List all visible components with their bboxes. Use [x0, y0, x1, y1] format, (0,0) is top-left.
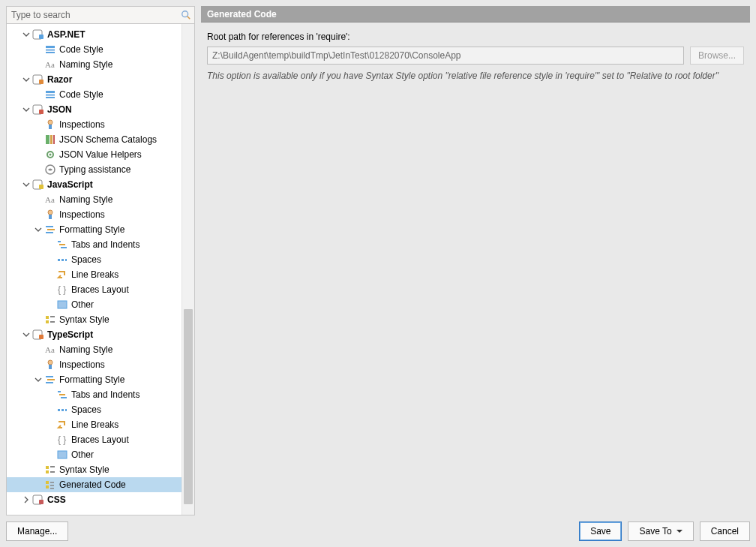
tree-row-line-breaks[interactable]: Line Breaks	[7, 267, 194, 282]
tree-row-tabs-and-indents[interactable]: Tabs and Indents	[7, 387, 194, 402]
space-icon	[56, 404, 68, 416]
svg-point-21	[50, 154, 52, 156]
tree-row-inspections[interactable]: Inspections	[7, 357, 194, 372]
tree-row-formatting-style[interactable]: Formatting Style	[7, 372, 194, 387]
search-input[interactable]	[7, 7, 194, 23]
tree-item-label: Code Style	[59, 87, 104, 102]
svg-rect-60	[50, 466, 55, 467]
lb-icon	[56, 269, 68, 281]
tree-item-label: Syntax Style	[59, 462, 110, 477]
left-pane: ASP.NETCode StyleAaNaming StyleRazorCode…	[6, 6, 195, 515]
expander-icon[interactable]	[22, 105, 31, 114]
tree-row-typescript[interactable]: TypeScript	[7, 327, 194, 342]
gear-icon	[44, 149, 56, 161]
svg-rect-53	[61, 397, 67, 398]
tree-item-label: JSON Schema Catalogs	[59, 132, 157, 147]
fmt-icon	[44, 374, 56, 386]
tree-row-code-style[interactable]: Code Style	[7, 87, 194, 102]
search-icon[interactable]	[181, 10, 191, 20]
tree-row-inspections[interactable]: Inspections	[7, 117, 194, 132]
tree-item-label: TypeScript	[47, 327, 93, 342]
tree-row-typing-assistance[interactable]: Typing assistance	[7, 162, 194, 177]
tree-row-tabs-and-indents[interactable]: Tabs and Indents	[7, 237, 194, 252]
svg-rect-10	[46, 91, 55, 93]
tree-row-formatting-style[interactable]: Formatting Style	[7, 222, 194, 237]
expander-icon[interactable]	[22, 495, 31, 504]
expander-icon[interactable]	[22, 30, 31, 39]
expander-icon[interactable]	[22, 180, 31, 189]
chevron-down-icon	[676, 528, 682, 534]
tree-row-css[interactable]: CSS	[7, 492, 194, 507]
svg-text:Aa: Aa	[45, 345, 55, 354]
tree-row-json-schema-catalogs[interactable]: JSON Schema Catalogs	[7, 132, 194, 147]
style-icon	[44, 89, 56, 101]
insp-icon	[44, 119, 56, 131]
syn-icon	[44, 314, 56, 326]
tree-row-spaces[interactable]: Spaces	[7, 252, 194, 267]
browse-button: Browse...	[690, 47, 744, 65]
json-icon	[32, 104, 44, 116]
tree-row-spaces[interactable]: Spaces	[7, 402, 194, 417]
svg-rect-48	[46, 376, 53, 377]
tree-item-label: Other	[71, 297, 94, 312]
tree-container: ASP.NETCode StyleAaNaming StyleRazorCode…	[6, 24, 195, 515]
tree-row-naming-style[interactable]: AaNaming Style	[7, 342, 194, 357]
expander-icon[interactable]	[34, 375, 43, 384]
tree-row-javascript[interactable]: JavaScript	[7, 177, 194, 192]
right-pane: Generated Code Root path for references …	[201, 6, 750, 515]
svg-rect-32	[59, 244, 65, 245]
save-to-button[interactable]: Save To	[628, 521, 693, 541]
tree-row-line-breaks[interactable]: Line Breaks	[7, 417, 194, 432]
svg-rect-34	[58, 259, 60, 261]
tree-row-inspections[interactable]: Inspections	[7, 207, 194, 222]
tree-row-braces-layout[interactable]: { }Braces Layout	[7, 282, 194, 297]
gen-icon	[44, 479, 56, 491]
save-to-label: Save To	[639, 526, 671, 536]
svg-rect-5	[46, 49, 55, 51]
svg-rect-29	[47, 229, 55, 230]
save-button[interactable]: Save	[579, 521, 622, 541]
tree-item-label: Formatting Style	[59, 372, 124, 387]
expander-icon[interactable]	[22, 330, 31, 339]
tree-row-asp-net[interactable]: ASP.NET	[7, 27, 194, 42]
brace-icon: { }	[56, 284, 68, 296]
svg-rect-62	[50, 471, 55, 473]
style-icon	[44, 44, 56, 56]
tree-row-generated-code[interactable]: Generated Code	[7, 477, 194, 492]
tree-row-code-style[interactable]: Code Style	[7, 42, 194, 57]
tree-scrollbar[interactable]	[182, 24, 194, 515]
svg-rect-24	[39, 185, 44, 189]
section-body: Root path for references in 'require': B…	[201, 23, 750, 515]
svg-rect-14	[39, 110, 44, 114]
tree-row-json-value-helpers[interactable]: JSON Value Helpers	[7, 147, 194, 162]
insp-icon	[44, 209, 56, 221]
manage-button[interactable]: Manage...	[6, 521, 68, 541]
scroll-thumb[interactable]	[184, 309, 193, 504]
svg-rect-40	[50, 316, 55, 317]
svg-rect-35	[62, 259, 64, 261]
tree-item-label: Braces Layout	[71, 432, 129, 447]
svg-rect-19	[53, 135, 55, 144]
tree-row-syntax-style[interactable]: Syntax Style	[7, 312, 194, 327]
svg-rect-39	[46, 316, 49, 319]
options-tree[interactable]: ASP.NETCode StyleAaNaming StyleRazorCode…	[7, 24, 194, 510]
svg-rect-51	[58, 391, 61, 392]
tree-row-naming-style[interactable]: AaNaming Style	[7, 192, 194, 207]
tree-row-naming-style[interactable]: AaNaming Style	[7, 57, 194, 72]
expander-icon[interactable]	[22, 75, 31, 84]
tree-row-syntax-style[interactable]: Syntax Style	[7, 462, 194, 477]
svg-rect-63	[46, 481, 49, 484]
tree-item-label: Naming Style	[59, 192, 112, 207]
tree-row-razor[interactable]: Razor	[7, 72, 194, 87]
expander-icon[interactable]	[34, 225, 43, 234]
svg-rect-55	[62, 409, 64, 411]
tree-item-label: Braces Layout	[71, 282, 129, 297]
tree-row-json[interactable]: JSON	[7, 102, 194, 117]
cancel-button[interactable]: Cancel	[700, 521, 750, 541]
tree-row-braces-layout[interactable]: { }Braces Layout	[7, 432, 194, 447]
tree-row-other[interactable]: Other	[7, 447, 194, 462]
tree-item-label: Typing assistance	[59, 162, 130, 177]
aa-icon: Aa	[44, 194, 56, 206]
other-icon	[56, 299, 68, 311]
tree-row-other[interactable]: Other	[7, 297, 194, 312]
